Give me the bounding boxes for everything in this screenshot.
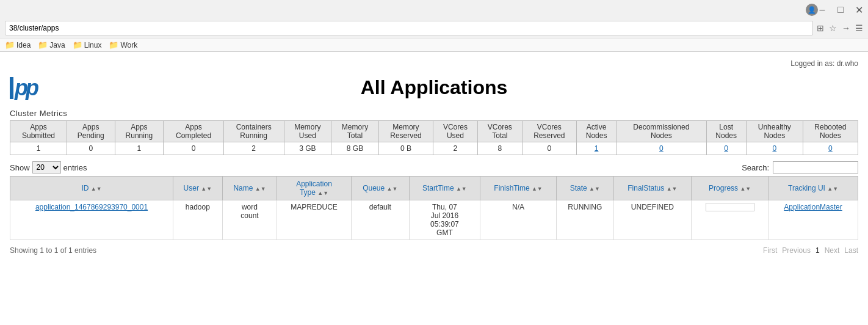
app-user-cell: hadoop	[173, 200, 223, 240]
progress-bar-container	[706, 203, 754, 211]
metrics-header-memory-reserved: MemoryReserved	[378, 121, 433, 142]
metrics-apps-submitted: 1	[10, 142, 67, 155]
pagination-first[interactable]: First	[763, 246, 777, 255]
pagination-previous[interactable]: Previous	[782, 246, 811, 255]
col-header-queue[interactable]: Queue ▲▼	[351, 177, 409, 200]
metrics-apps-completed: 0	[164, 142, 224, 155]
app-type-cell: MAPREDUCE	[277, 200, 351, 240]
minimize-button[interactable]: –	[818, 5, 826, 14]
app-start-time-cell: Thu, 07 Jul 2016 05:39:07 GMT	[409, 200, 480, 240]
metrics-active-nodes: 1	[576, 142, 616, 155]
cluster-metrics-title: Cluster Metrics	[10, 109, 858, 118]
app-row: application_1467869293970_0001 hadoop wo…	[10, 200, 858, 240]
close-button[interactable]: ✕	[855, 5, 863, 14]
bookmark-idea[interactable]: 📁 Idea	[5, 40, 31, 49]
col-header-name[interactable]: Name ▲▼	[222, 177, 277, 200]
col-header-id[interactable]: ID ▲▼	[10, 177, 173, 200]
maximize-button[interactable]: □	[836, 5, 845, 14]
metrics-header-vcores-used: VCoresUsed	[433, 121, 478, 142]
browser-chrome: 👤 – □ ✕ ⊞ ☆ → ☰ 📁 Idea 📁 Java 📁 Linux 📁	[0, 0, 868, 52]
app-progress-cell	[692, 200, 769, 240]
page-logo: pp	[10, 77, 37, 99]
metrics-vcores-used: 2	[433, 142, 478, 155]
search-control: Search:	[742, 161, 858, 173]
show-select[interactable]: 10 20 25 50 100	[32, 161, 61, 173]
col-header-application-type[interactable]: ApplicationType ▲▼	[277, 177, 351, 200]
page-header: pp All Applications	[10, 70, 858, 103]
app-finish-time-cell: N/A	[480, 200, 556, 240]
translate-icon[interactable]: ⊞	[817, 23, 824, 33]
pagination-next[interactable]: Next	[825, 246, 840, 255]
datatable-controls: Show 10 20 25 50 100 entries Search:	[10, 161, 858, 173]
menu-icon[interactable]: ☰	[855, 23, 863, 33]
pagination-page[interactable]: 1	[816, 246, 820, 255]
bookmark-linux-label: Linux	[84, 41, 102, 49]
metrics-header-rebooted-nodes: RebootedNodes	[803, 121, 858, 142]
metrics-header-apps-running: AppsRunning	[115, 121, 164, 142]
page-content: Logged in as: dr.who pp All Applications…	[0, 52, 868, 262]
app-tracking-ui-cell: ApplicationMaster	[769, 200, 858, 240]
logged-in-bar: Logged in as: dr.who	[10, 57, 858, 70]
page-title: All Applications	[361, 76, 508, 99]
col-header-finish-time[interactable]: FinishTime ▲▼	[480, 177, 556, 200]
pagination-last[interactable]: Last	[844, 246, 858, 255]
bookmark-java[interactable]: 📁 Java	[38, 40, 65, 49]
lost-nodes-link[interactable]: 0	[724, 144, 728, 153]
metrics-header-unhealthy-nodes: UnhealthyNodes	[746, 121, 803, 142]
sort-icon-user: ▲▼	[201, 186, 212, 192]
profile-icon: 👤	[806, 4, 818, 16]
star-icon[interactable]: ☆	[829, 23, 837, 33]
sort-icon-finish: ▲▼	[532, 186, 543, 192]
metrics-row: 1 0 1 0 2 3 GB 8 GB 0 B 2 8 0 1 0 0 0 0	[10, 142, 858, 155]
metrics-memory-total: 8 GB	[331, 142, 379, 155]
metrics-header-vcores-total: VCoresTotal	[477, 121, 522, 142]
col-header-final-status[interactable]: FinalStatus ▲▼	[613, 177, 692, 200]
bookmark-idea-label: Idea	[16, 41, 31, 49]
search-label: Search:	[742, 163, 769, 172]
arrow-icon[interactable]: →	[842, 23, 850, 33]
metrics-header-apps-submitted: AppsSubmitted	[10, 121, 67, 142]
col-header-tracking-ui[interactable]: Tracking UI ▲▼	[769, 177, 858, 200]
metrics-lost-nodes: 0	[706, 142, 746, 155]
showing-text: Showing 1 to 1 of 1 entries	[10, 246, 96, 255]
title-bar-buttons: – □ ✕	[818, 5, 863, 14]
col-header-progress[interactable]: Progress ▲▼	[692, 177, 769, 200]
search-input[interactable]	[773, 161, 858, 173]
metrics-memory-reserved: 0 B	[378, 142, 433, 155]
unhealthy-nodes-link[interactable]: 0	[772, 144, 776, 153]
metrics-header-active-nodes: ActiveNodes	[576, 121, 616, 142]
app-state-cell: RUNNING	[557, 200, 613, 240]
show-entries-control: Show 10 20 25 50 100 entries	[10, 161, 87, 173]
pagination: First Previous 1 Next Last	[763, 246, 858, 255]
metrics-header-memory-total: MemoryTotal	[331, 121, 379, 142]
metrics-decommissioned-nodes: 0	[617, 142, 706, 155]
address-bar[interactable]	[5, 21, 813, 35]
metrics-header-apps-pending: AppsPending	[67, 121, 115, 142]
col-header-user[interactable]: User ▲▼	[173, 177, 223, 200]
app-id-link[interactable]: application_1467869293970_0001	[35, 203, 148, 211]
cluster-metrics-table: AppsSubmitted AppsPending AppsRunning Ap…	[10, 120, 858, 155]
metrics-header-containers-running: ContainersRunning	[223, 121, 284, 142]
metrics-memory-used: 3 GB	[284, 142, 331, 155]
metrics-header-vcores-reserved: VCoresReserved	[522, 121, 576, 142]
entries-label: entries	[63, 163, 87, 172]
col-header-state[interactable]: State ▲▼	[557, 177, 613, 200]
bookmark-work[interactable]: 📁 Work	[109, 40, 137, 49]
sort-icon-queue: ▲▼	[387, 186, 398, 192]
active-nodes-link[interactable]: 1	[595, 144, 599, 153]
app-tracking-ui-link[interactable]: ApplicationMaster	[784, 203, 842, 211]
address-bar-icons: ⊞ ☆ → ☰	[817, 23, 863, 33]
sort-icon-state: ▲▼	[589, 186, 600, 192]
app-queue-cell: default	[351, 200, 409, 240]
bookmark-linux[interactable]: 📁 Linux	[73, 40, 102, 49]
col-header-start-time[interactable]: StartTime ▲▼	[409, 177, 480, 200]
decommissioned-nodes-link[interactable]: 0	[659, 144, 664, 153]
bookmark-work-label: Work	[120, 41, 137, 49]
metrics-containers-running: 2	[223, 142, 284, 155]
metrics-vcores-total: 8	[477, 142, 522, 155]
address-bar-row: ⊞ ☆ → ☰	[0, 20, 868, 38]
metrics-header-decommissioned-nodes: DecommissionedNodes	[617, 121, 706, 142]
rebooted-nodes-link[interactable]: 0	[828, 144, 833, 153]
metrics-header-memory-used: MemoryUsed	[284, 121, 331, 142]
sort-icon-final-status: ▲▼	[667, 186, 678, 192]
